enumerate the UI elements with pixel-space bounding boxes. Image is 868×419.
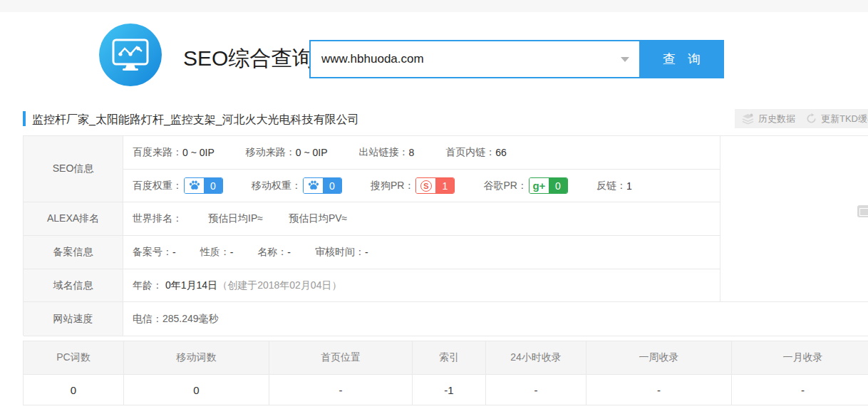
- header-homepage-position: 首页位置: [269, 341, 413, 374]
- header-pc-words: PC词数: [24, 341, 124, 374]
- beian-audit-time-label: 审核时间：: [315, 246, 365, 259]
- sogou-pr-label: 搜狗PR：: [371, 180, 414, 192]
- beian-audit-time: 审核时间： -: [315, 246, 368, 259]
- beian-nature: 性质： -: [200, 246, 234, 259]
- value-pc-words: 0: [24, 375, 124, 405]
- domain-age-value: 0年1月14日: [165, 279, 217, 292]
- refresh-tkd-label: 更新TKD缓存: [821, 113, 868, 125]
- backlinks-label: 反链：: [596, 180, 626, 192]
- query-button[interactable]: 查 询: [639, 40, 724, 78]
- seo-info-table: SEO信息 ALEXA排名 备案信息 域名信息 网站速度 百度来路： 0 ~ 0…: [23, 135, 868, 336]
- search-input[interactable]: [311, 41, 639, 77]
- outbound-links: 出站链接： 8: [359, 146, 415, 159]
- page-title: SEO综合查询: [183, 44, 314, 73]
- keyword-table-values: 0 0 - -1 - - -: [24, 375, 868, 405]
- sogou-pr-value: 1: [435, 178, 454, 193]
- baidu-paw-icon: [185, 178, 204, 193]
- sogou-pr-badge[interactable]: S 1: [415, 177, 455, 194]
- google-pr-badge[interactable]: g+ 0: [529, 177, 568, 194]
- seo-weight-row: 百度权重： 0 移动权重：: [123, 170, 743, 202]
- chevron-down-icon[interactable]: [621, 57, 629, 62]
- sogou-s-icon: S: [416, 178, 435, 193]
- history-data-label: 历史数据: [758, 113, 795, 125]
- alexa-daily-ip-label: 预估日均IP≈: [208, 212, 263, 225]
- baidu-weight-value: 0: [204, 178, 222, 193]
- beian-nature-label: 性质：: [200, 246, 230, 259]
- title-accent-bar: [23, 111, 26, 126]
- search-input-wrap: [311, 41, 639, 77]
- speed-row: 电信： 285.249毫秒: [123, 302, 868, 336]
- google-pr: 谷歌PR： g+ 0: [483, 177, 567, 194]
- row-label-speed: 网站速度: [24, 302, 123, 336]
- monitor-chart-icon: [111, 38, 150, 72]
- domain-created-note: （创建于2018年02月04日）: [217, 279, 341, 292]
- beian-name-value: -: [287, 247, 291, 258]
- beian-audit-time-value: -: [365, 247, 368, 258]
- row-label-beian: 备案信息: [24, 236, 123, 269]
- search-box: 查 询: [309, 40, 724, 78]
- baidu-traffic: 百度来路： 0 ~ 0 IP: [133, 146, 215, 159]
- mobile-weight-label: 移动权重：: [252, 180, 301, 192]
- homepage-internal-links: 首页内链： 66: [445, 146, 507, 159]
- beian-nature-value: -: [230, 247, 234, 258]
- baidu-traffic-value: 0 ~ 0: [182, 147, 205, 158]
- value-month-included: -: [732, 375, 868, 405]
- google-pr-label: 谷歌PR：: [483, 180, 527, 192]
- seo-traffic-row: 百度来路： 0 ~ 0 IP 移动来路： 0 ~ 0 IP 出站链接： 8 首页…: [123, 136, 743, 170]
- mobile-traffic-label: 移动来路：: [246, 146, 296, 159]
- domain-age-label: 年龄：: [133, 279, 162, 292]
- baidu-weight: 百度权重： 0: [133, 177, 223, 194]
- alexa-daily-pv-label: 预估日均PV≈: [289, 212, 347, 225]
- outbound-links-label: 出站链接：: [359, 146, 409, 159]
- beian-name-label: 名称：: [257, 246, 287, 259]
- google-pr-value: 0: [549, 178, 567, 193]
- beian-number-value[interactable]: -: [172, 247, 176, 258]
- value-week-included: -: [587, 375, 732, 405]
- floating-widget-icon[interactable]: [857, 205, 868, 217]
- mobile-traffic: 移动来路： 0 ~ 0 IP: [246, 146, 328, 159]
- beian-number-label: 备案号：: [133, 246, 172, 259]
- sogou-pr: 搜狗PR： S 1: [371, 177, 455, 194]
- layers-icon: [742, 113, 754, 125]
- keyword-table-header: PC词数 移动词数 首页位置 索引 24小时收录 一周收录 一月收录: [24, 341, 868, 375]
- value-index: -1: [413, 375, 486, 405]
- keyword-stats-table: PC词数 移动词数 首页位置 索引 24小时收录 一周收录 一月收录 0 0 -…: [23, 341, 868, 405]
- value-mobile-words: 0: [124, 375, 269, 405]
- page: SEO综合查询 查 询 监控杆厂家_太阳能路灯杆_监控支架_河北火大光电科技有限…: [0, 0, 868, 419]
- side-panel: [720, 136, 868, 302]
- top-strip: [0, 0, 868, 12]
- beian-number: 备案号： -: [133, 246, 176, 259]
- google-plus-icon: g+: [529, 178, 549, 193]
- backlinks: 反链： 1: [596, 180, 632, 192]
- alexa-row: 世界排名： 预估日均IP≈ 预估日均PV≈: [123, 202, 743, 236]
- mobile-weight-value: 0: [323, 178, 341, 193]
- speed-label: 电信：: [133, 313, 162, 326]
- site-title: 监控杆厂家_太阳能路灯杆_监控支架_河北火大光电科技有限公司: [32, 113, 359, 128]
- homepage-internal-links-value: 66: [495, 147, 507, 158]
- homepage-internal-links-label: 首页内链：: [445, 146, 495, 159]
- mobile-traffic-unit: IP: [318, 147, 327, 158]
- mobile-paw-icon: [304, 178, 323, 193]
- header-mobile-words: 移动词数: [124, 341, 269, 374]
- refresh-tkd-button[interactable]: 更新TKD缓存: [799, 109, 868, 128]
- outbound-links-value: 8: [409, 147, 415, 158]
- backlinks-value[interactable]: 1: [626, 180, 632, 192]
- header-24h-included: 24小时收录: [486, 341, 587, 374]
- baidu-traffic-label: 百度来路：: [133, 146, 182, 159]
- beian-row: 备案号： - 性质： - 名称： - 审核时间： -: [123, 236, 743, 269]
- domain-row: 年龄： 0年1月14日 （创建于2018年02月04日）: [123, 269, 743, 302]
- history-data-button[interactable]: 历史数据: [735, 109, 802, 128]
- row-label-alexa: ALEXA排名: [24, 202, 123, 236]
- app-logo: [99, 24, 162, 86]
- speed-value: 285.249毫秒: [162, 313, 219, 326]
- value-24h-included: -: [486, 375, 587, 405]
- header-month-included: 一月收录: [732, 341, 868, 374]
- mobile-weight-badge[interactable]: 0: [303, 177, 342, 194]
- baidu-weight-badge[interactable]: 0: [184, 177, 223, 194]
- row-label-domain: 域名信息: [24, 269, 123, 302]
- beian-name: 名称： -: [257, 246, 291, 259]
- header-week-included: 一周收录: [587, 341, 732, 374]
- value-homepage-position: -: [269, 375, 413, 405]
- baidu-weight-label: 百度权重：: [133, 180, 182, 192]
- refresh-icon: [806, 113, 817, 124]
